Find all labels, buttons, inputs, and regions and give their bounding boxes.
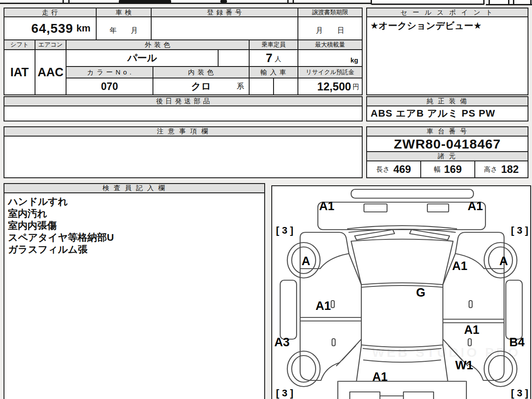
damage-code-label: [ 3 ] xyxy=(511,225,528,236)
damage-diagram-labels: A1A1[ 3 ][ 3 ]AAA1GA1A3A1B4W1A1[ 3 ][ 3 … xyxy=(272,186,530,399)
equipment-body: ABS エアB アルミ PS PW xyxy=(366,106,528,121)
aircon-value-cell: AAC xyxy=(35,49,66,95)
damage-code-label: A xyxy=(499,254,508,268)
recycle-deposit-value: 12,500 xyxy=(317,80,351,93)
aircon-value: AAC xyxy=(38,66,64,79)
chassis-value: ZWR80-0418467 xyxy=(394,137,501,152)
capacity-header: 乗車定員 xyxy=(249,39,298,50)
spec-width-label: 幅 xyxy=(434,165,440,174)
shift-value: IAT xyxy=(10,66,29,79)
transfer-deadline-value-cell: 月 日 xyxy=(297,16,363,40)
inspector-header: 検 査 員 記 入 欄 xyxy=(4,183,265,193)
recycle-deposit-value-cell: 12,500 円 xyxy=(297,78,363,95)
damage-code-label: W1 xyxy=(455,359,473,372)
damage-diagram: WEB STUDIO PRO A1A1[ 3 ][ 3 ]AAA1GA1A3A1… xyxy=(271,185,531,399)
transfer-deadline-header: 譲渡書類期限 xyxy=(297,8,363,17)
spec-length-label: 長さ xyxy=(376,165,390,174)
spec-length-value: 469 xyxy=(393,163,411,176)
recycle-deposit-unit: 円 xyxy=(352,83,359,91)
aircon-header: エアコン xyxy=(35,39,66,50)
inspector-note: スペアタイヤ等格納部U xyxy=(8,231,114,243)
damage-code-label: [ 3 ] xyxy=(511,387,528,399)
spec-width-cell: 幅 169 xyxy=(420,160,475,178)
specs-header: 諸 元 xyxy=(366,151,528,161)
sales-point-body: ★オークションデビュー★ xyxy=(366,16,528,95)
color-no-value: 070 xyxy=(101,81,118,93)
inspection-value: 年 月 xyxy=(110,26,138,35)
damage-code-label: A xyxy=(301,254,310,268)
inspector-note: ハンドルすれ xyxy=(8,196,68,207)
sales-point-header: セ ー ル ス ポ イ ン ト xyxy=(366,8,528,17)
damage-code-label: G xyxy=(416,286,425,300)
mileage-value: 64,539 xyxy=(31,21,74,36)
inspector-note: 室内汚れ xyxy=(8,207,47,219)
registration-value-cell xyxy=(151,16,298,40)
color-no-value-cell: 070 xyxy=(66,78,153,95)
spec-height-cell: 高さ 182 xyxy=(474,160,528,178)
import-car-cell-2 xyxy=(273,78,298,95)
interior-color-header: 内 装 色 xyxy=(153,66,250,78)
inspector-notes-list: ハンドルすれ室内汚れ室内内張傷スペアタイヤ等格納部Uガラスフィルム張 xyxy=(4,192,265,399)
spec-length-cell: 長さ 469 xyxy=(366,160,421,178)
equipment-header: 純 正 装 備 xyxy=(366,96,528,106)
later-parts-header: 後 日 発 送 部 品 xyxy=(4,96,363,106)
recycle-deposit-header: リサイクル預託金 xyxy=(297,66,363,78)
max-load-header: 最大積載量 xyxy=(297,39,363,50)
shift-header: シフト xyxy=(4,39,35,50)
interior-color-suffix: 系 xyxy=(237,81,244,91)
color-no-header: カ ラ ー N o . xyxy=(66,66,153,78)
notes-body xyxy=(4,136,363,178)
max-load-value-cell: kg xyxy=(297,49,363,67)
damage-code-label: A1 xyxy=(452,259,468,273)
capacity-value-cell: 7 人 xyxy=(249,49,298,67)
spec-height-value: 182 xyxy=(501,163,519,176)
max-load-unit: kg xyxy=(350,56,358,64)
damage-code-label: [ 3 ] xyxy=(276,225,293,236)
damage-code-label: A1 xyxy=(316,299,331,313)
damage-code-label: [ 3 ] xyxy=(276,387,293,399)
exterior-color-value-cell: パール xyxy=(66,49,219,67)
interior-color-value-cell: クロ 系 xyxy=(153,78,250,95)
exterior-color-header: 外 装 色 xyxy=(66,39,250,50)
inspection-value-cell: 年 月 xyxy=(96,16,152,40)
damage-code-label: A3 xyxy=(274,336,290,349)
auction-sheet: 走 行 車 検 登 録 番 号 譲渡書類期限 64,539 km 年 月 月 日… xyxy=(0,0,532,399)
inspection-header: 車 検 xyxy=(96,8,152,17)
exterior-color-value: パール xyxy=(127,51,157,65)
sales-point-value: ★オークションデビュー★ xyxy=(370,20,482,32)
notes-header: 注 意 事 項 欄 xyxy=(4,126,363,137)
spec-width-value: 169 xyxy=(444,163,462,176)
import-car-header: 輸 入 車 xyxy=(249,66,298,78)
damage-code-label: A1 xyxy=(319,200,335,213)
mileage-header: 走 行 xyxy=(4,8,97,17)
interior-color-value: クロ xyxy=(191,80,211,93)
exterior-color-extra-cell xyxy=(218,49,250,67)
chassis-header: 車 台 番 号 xyxy=(366,126,528,137)
mileage-value-cell: 64,539 km xyxy=(4,16,97,40)
inspector-note: 室内内張傷 xyxy=(8,219,57,231)
shift-value-cell: IAT xyxy=(4,49,35,95)
damage-code-label: A1 xyxy=(468,200,483,213)
mileage-unit: km xyxy=(76,23,90,34)
damage-code-label: B4 xyxy=(509,336,525,349)
capacity-unit: 人 xyxy=(275,55,282,63)
equipment-value: ABS エアB アルミ PS PW xyxy=(371,107,495,120)
import-car-cell-1 xyxy=(249,78,274,95)
chassis-value-cell: ZWR80-0418467 xyxy=(366,136,528,152)
inspector-note: ガラスフィルム張 xyxy=(8,243,88,255)
spec-height-label: 高さ xyxy=(484,165,497,174)
capacity-value: 7 xyxy=(266,51,272,65)
damage-code-label: A1 xyxy=(372,370,388,384)
transfer-deadline-value: 月 日 xyxy=(316,26,344,35)
later-parts-body xyxy=(4,106,363,121)
damage-code-label: A1 xyxy=(464,323,480,337)
registration-header: 登 録 番 号 xyxy=(151,8,298,17)
